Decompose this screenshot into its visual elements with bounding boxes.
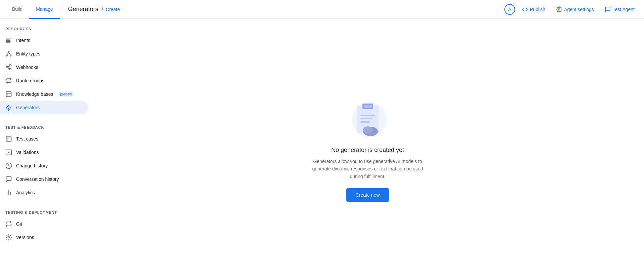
code-icon xyxy=(522,6,528,12)
versions-icon xyxy=(5,234,12,241)
svg-point-6 xyxy=(10,55,11,56)
sidebar-item-label: Generators xyxy=(16,105,40,110)
header-divider xyxy=(61,5,61,13)
svg-rect-2 xyxy=(6,40,10,41)
page-title: Generators xyxy=(68,6,98,13)
create-new-button[interactable]: Create new xyxy=(346,188,389,202)
header-actions: A Publish Agent settings Test Agent xyxy=(504,4,639,15)
entity-types-icon xyxy=(5,50,12,57)
plus-icon: + xyxy=(101,6,105,13)
svg-line-7 xyxy=(7,52,9,55)
svg-rect-16 xyxy=(6,150,12,155)
sidebar-item-label: Intents xyxy=(16,38,30,43)
test-agent-button[interactable]: Test Agent xyxy=(601,4,639,14)
header-tabs: Build Manage xyxy=(5,0,60,19)
sidebar-item-route-groups[interactable]: Route groups xyxy=(0,74,88,87)
knowledge-bases-icon xyxy=(5,91,12,97)
testing-deployment-section-label: TESTING & DEPLOYMENT xyxy=(0,205,91,217)
svg-point-5 xyxy=(6,55,7,56)
test-feedback-section-label: TEST & FEEDBACK xyxy=(0,120,91,132)
sidebar-item-change-history[interactable]: Change history xyxy=(0,159,88,172)
layout: RESOURCES Intents Entity types Webhooks xyxy=(0,19,644,279)
svg-rect-29 xyxy=(360,121,370,123)
svg-rect-9 xyxy=(6,92,11,97)
preview-badge: preview xyxy=(59,92,73,96)
sidebar-item-git[interactable]: Git xyxy=(0,217,88,231)
svg-rect-3 xyxy=(6,41,11,42)
sidebar-item-versions[interactable]: Versions xyxy=(0,231,88,244)
analytics-icon xyxy=(5,189,12,196)
tab-build[interactable]: Build xyxy=(5,0,29,19)
empty-state: No generator is created yet Generators a… xyxy=(311,96,425,202)
sidebar-item-conversation-history[interactable]: Conversation history xyxy=(0,172,88,186)
empty-state-title: No generator is created yet xyxy=(331,147,404,154)
create-link[interactable]: + Create xyxy=(101,6,120,13)
webhooks-icon xyxy=(5,64,12,71)
sidebar-item-label: Git xyxy=(16,221,22,227)
sidebar-item-label: Entity types xyxy=(16,51,40,56)
divider-2 xyxy=(5,202,86,202)
sidebar: RESOURCES Intents Entity types Webhooks xyxy=(0,19,91,279)
empty-illustration xyxy=(348,96,388,140)
sidebar-item-webhooks[interactable]: Webhooks xyxy=(0,61,88,74)
agent-settings-button[interactable]: Agent settings xyxy=(552,4,598,14)
sidebar-item-label: Validations xyxy=(16,150,39,155)
sidebar-item-label: Webhooks xyxy=(16,65,38,70)
sidebar-item-intents[interactable]: Intents xyxy=(0,34,88,47)
resources-section-label: RESOURCES xyxy=(0,22,91,34)
header: Build Manage Generators + Create A Publi… xyxy=(0,0,644,19)
generators-icon xyxy=(5,104,12,111)
svg-rect-1 xyxy=(6,38,11,39)
svg-rect-27 xyxy=(360,115,375,116)
svg-point-31 xyxy=(363,126,373,133)
svg-line-8 xyxy=(9,52,11,55)
sidebar-item-knowledge-bases[interactable]: Knowledge bases preview xyxy=(0,87,88,101)
publish-button[interactable]: Publish xyxy=(518,4,549,14)
sidebar-item-label: Knowledge bases xyxy=(16,91,53,97)
svg-rect-28 xyxy=(360,118,373,119)
svg-rect-13 xyxy=(6,136,11,142)
sidebar-item-label: Versions xyxy=(16,235,34,240)
conversation-history-icon xyxy=(5,176,12,183)
header-center: Generators + Create xyxy=(63,6,504,13)
chat-icon xyxy=(605,6,611,12)
sidebar-item-label: Route groups xyxy=(16,78,44,83)
route-groups-icon xyxy=(5,77,12,84)
sidebar-item-analytics[interactable]: Analytics xyxy=(0,186,88,199)
gear-icon xyxy=(556,6,562,12)
svg-point-21 xyxy=(8,237,10,238)
sidebar-item-label: Conversation history xyxy=(16,176,59,182)
sidebar-item-label: Analytics xyxy=(16,190,35,195)
sidebar-item-test-cases[interactable]: Test cases xyxy=(0,132,88,146)
svg-point-0 xyxy=(558,8,560,10)
svg-rect-26 xyxy=(364,105,372,108)
sidebar-item-label: Test cases xyxy=(16,136,38,142)
sidebar-item-entity-types[interactable]: Entity types xyxy=(0,47,88,61)
test-cases-icon xyxy=(5,135,12,142)
sidebar-item-generators[interactable]: Generators xyxy=(0,101,88,114)
git-icon xyxy=(5,221,12,227)
svg-marker-12 xyxy=(6,105,11,111)
validations-icon xyxy=(5,149,12,156)
svg-point-4 xyxy=(8,51,9,52)
sidebar-item-validations[interactable]: Validations xyxy=(0,146,88,159)
empty-state-description: Generators allow you to use generative A… xyxy=(311,158,425,180)
main-content: No generator is created yet Generators a… xyxy=(91,19,644,279)
tab-manage[interactable]: Manage xyxy=(29,0,60,19)
divider-1 xyxy=(5,117,86,117)
sidebar-item-label: Change history xyxy=(16,163,48,168)
intents-icon xyxy=(5,37,12,44)
change-history-icon xyxy=(5,162,12,169)
avatar[interactable]: A xyxy=(504,4,515,15)
